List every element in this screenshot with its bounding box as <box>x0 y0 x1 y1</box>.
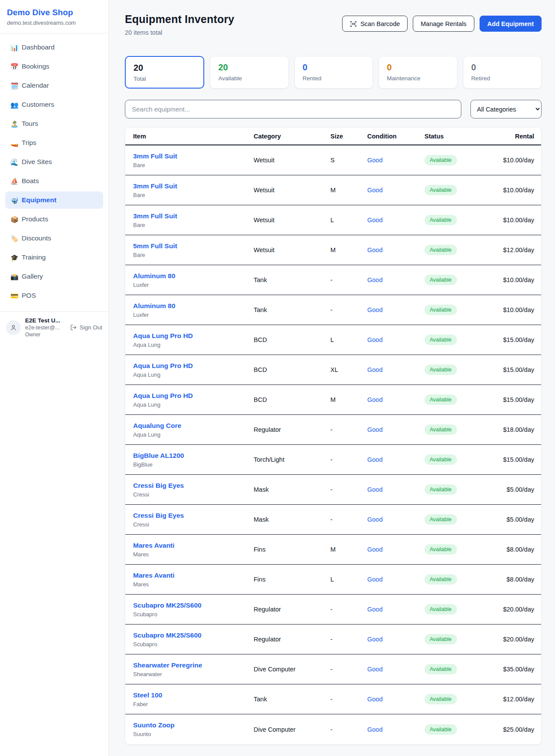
rental-cell: $20.00/day <box>494 606 534 613</box>
item-name-link[interactable]: Scubapro MK25/S600 <box>133 631 254 639</box>
manage-rentals-button[interactable]: Manage Rentals <box>413 16 474 32</box>
condition-link[interactable]: Good <box>367 187 424 194</box>
sidebar-nav: 📊Dashboard📅Bookings🗓️Calendar👥Customers🏝… <box>0 33 108 308</box>
category-cell: BCD <box>254 396 330 403</box>
table-row: Aqua Lung Pro HDAqua LungBCDMGoodAvailab… <box>125 385 541 415</box>
condition-link[interactable]: Good <box>367 217 424 224</box>
item-name-link[interactable]: Cressi Big Eyes <box>133 482 254 490</box>
condition-link[interactable]: Good <box>367 306 424 313</box>
status-badge: Available <box>424 514 457 525</box>
sidebar-item-label: Discounts <box>22 234 51 242</box>
condition-link[interactable]: Good <box>367 157 424 164</box>
item-name-link[interactable]: 5mm Full Suit <box>133 242 254 250</box>
item-name-link[interactable]: Aqua Lung Pro HD <box>133 362 254 370</box>
sidebar-item-bookings[interactable]: 📅Bookings <box>5 58 103 75</box>
condition-link[interactable]: Good <box>367 636 424 643</box>
category-filter[interactable]: All Categories <box>470 100 542 118</box>
item-name-link[interactable]: 3mm Full Suit <box>133 212 254 220</box>
size-cell: - <box>330 606 367 613</box>
rental-cell: $5.00/day <box>494 516 534 523</box>
scan-barcode-button[interactable]: Scan Barcode <box>342 16 408 32</box>
item-name-link[interactable]: Shearwater Peregrine <box>133 661 254 669</box>
sign-out-label: Sign Out <box>79 324 102 331</box>
item-name-link[interactable]: Cressi Big Eyes <box>133 512 254 519</box>
item-name-link[interactable]: Steel 100 <box>133 691 254 699</box>
sidebar-item-trips[interactable]: 🚤Trips <box>5 134 103 151</box>
rental-cell: $8.00/day <box>494 546 534 553</box>
condition-link[interactable]: Good <box>367 486 424 493</box>
category-cell: Tank <box>254 276 330 283</box>
sidebar-item-discounts[interactable]: 🏷️Discounts <box>5 230 103 247</box>
sidebar-item-training[interactable]: 🎓Training <box>5 249 103 266</box>
sidebar-item-dashboard[interactable]: 📊Dashboard <box>5 39 103 56</box>
boats-icon: ⛵ <box>10 178 22 184</box>
sidebar-item-label: POS <box>22 292 36 299</box>
condition-link[interactable]: Good <box>367 276 424 283</box>
table-row: 3mm Full SuitBareWetsuitLGoodAvailable$1… <box>125 205 541 235</box>
customers-icon: 👥 <box>10 102 22 108</box>
condition-link[interactable]: Good <box>367 247 424 253</box>
item-cell: Aqualung CoreAqua Lung <box>133 422 254 438</box>
stat-label: Total <box>134 76 196 82</box>
sidebar-item-customers[interactable]: 👥Customers <box>5 96 103 113</box>
table-row: Aqua Lung Pro HDAqua LungBCDLGoodAvailab… <box>125 325 541 355</box>
sidebar-item-products[interactable]: 📦Products <box>5 210 103 228</box>
condition-link[interactable]: Good <box>367 456 424 463</box>
stat-card-rented[interactable]: 0Rented <box>294 56 373 89</box>
sidebar-item-pos[interactable]: 💳POS <box>5 287 103 304</box>
status-cell: Available <box>424 335 494 345</box>
sidebar-item-equipment[interactable]: 🤿Equipment <box>5 191 103 209</box>
sidebar-item-tours[interactable]: 🏝️Tours <box>5 115 103 132</box>
item-name-link[interactable]: Mares Avanti <box>133 572 254 579</box>
stat-card-available[interactable]: 20Available <box>210 56 288 89</box>
condition-link[interactable]: Good <box>367 426 424 433</box>
item-cell: 3mm Full SuitBare <box>133 212 254 228</box>
sign-out-icon <box>70 324 77 331</box>
item-name-link[interactable]: Aluminum 80 <box>133 302 254 310</box>
condition-link[interactable]: Good <box>367 666 424 673</box>
stat-card-total[interactable]: 20Total <box>125 56 204 89</box>
table-row: Cressi Big EyesCressiMask-GoodAvailable$… <box>125 475 541 505</box>
sidebar-item-label: Trips <box>22 139 36 147</box>
status-badge: Available <box>424 604 457 615</box>
item-name-link[interactable]: Suunto Zoop <box>133 721 254 729</box>
item-name-link[interactable]: Aqua Lung Pro HD <box>133 392 254 400</box>
bookings-icon: 📅 <box>10 63 22 70</box>
item-cell: Scubapro MK25/S600Scubapro <box>133 631 254 648</box>
stat-value: 0 <box>387 62 449 72</box>
stat-label: Rented <box>303 75 365 82</box>
stat-card-maintenance[interactable]: 0Maintenance <box>379 56 457 89</box>
add-equipment-button[interactable]: Add Equipment <box>480 16 542 32</box>
sign-out-button[interactable]: Sign Out <box>70 324 102 331</box>
sidebar-item-boats[interactable]: ⛵Boats <box>5 172 103 190</box>
item-name-link[interactable]: Aluminum 80 <box>133 272 254 280</box>
condition-link[interactable]: Good <box>367 366 424 373</box>
brand-domain: demo.test.divestreams.com <box>7 20 101 26</box>
item-name-link[interactable]: Scubapro MK25/S600 <box>133 602 254 609</box>
item-name-link[interactable]: 3mm Full Suit <box>133 182 254 190</box>
status-cell: Available <box>424 514 494 525</box>
condition-link[interactable]: Good <box>367 546 424 553</box>
sidebar-item-gallery[interactable]: 📸Gallery <box>5 268 103 285</box>
size-cell: XL <box>330 366 367 373</box>
item-name-link[interactable]: Mares Avanti <box>133 542 254 549</box>
item-name-link[interactable]: Aqua Lung Pro HD <box>133 332 254 340</box>
condition-link[interactable]: Good <box>367 696 424 703</box>
sidebar: Demo Dive Shop demo.test.divestreams.com… <box>0 0 109 756</box>
sidebar-item-dive-sites[interactable]: 🌊Dive Sites <box>5 153 103 171</box>
table-row: 3mm Full SuitBareWetsuitMGoodAvailable$1… <box>125 175 541 205</box>
search-input[interactable] <box>125 100 461 118</box>
condition-link[interactable]: Good <box>367 396 424 403</box>
status-badge: Available <box>424 335 457 345</box>
item-name-link[interactable]: Aqualung Core <box>133 422 254 430</box>
condition-link[interactable]: Good <box>367 726 424 733</box>
condition-link[interactable]: Good <box>367 516 424 523</box>
condition-link[interactable]: Good <box>367 606 424 613</box>
condition-link[interactable]: Good <box>367 336 424 343</box>
condition-link[interactable]: Good <box>367 576 424 583</box>
item-name-link[interactable]: 3mm Full Suit <box>133 152 254 160</box>
sidebar-item-calendar[interactable]: 🗓️Calendar <box>5 77 103 94</box>
pos-icon: 💳 <box>10 293 22 299</box>
item-name-link[interactable]: BigBlue AL1200 <box>133 452 254 460</box>
stat-card-retired[interactable]: 0Retired <box>463 56 542 89</box>
